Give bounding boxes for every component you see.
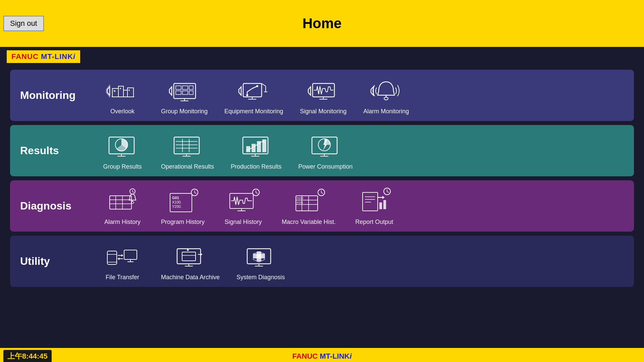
monitoring-label: Monitoring (20, 89, 80, 102)
report-output-label: Report Output (355, 219, 393, 226)
overlook-label: Overlook (110, 108, 135, 115)
group-monitoring-icon-area (166, 76, 203, 106)
diagnosis-label: Diagnosis (20, 200, 80, 212)
svg-rect-108 (107, 251, 117, 264)
utility-items: File Transfer (101, 242, 624, 281)
program-history-label: Program History (161, 219, 205, 226)
operational-results-icon-area (169, 131, 206, 161)
svg-line-23 (247, 88, 252, 92)
svg-rect-12 (176, 86, 181, 89)
svg-point-25 (256, 85, 258, 87)
equipment-monitoring-icon (237, 77, 271, 105)
svg-marker-124 (201, 253, 202, 256)
time-display: 上午8:44:45 (3, 350, 52, 362)
svg-rect-8 (128, 89, 130, 91)
group-monitoring-icon (168, 77, 201, 105)
results-label: Results (20, 144, 80, 157)
group-results-icon (106, 132, 139, 161)
utility-label: Utility (20, 255, 80, 267)
alarm-history-icon (106, 187, 139, 216)
signal-history-icon-area (225, 186, 262, 217)
machine-data-archive-item[interactable]: Machine Data Archive (161, 242, 220, 281)
svg-rect-17 (189, 91, 193, 95)
group-monitoring-item[interactable]: Group Monitoring (161, 76, 208, 115)
macro-variable-label: Macro Variable Hist. (282, 219, 336, 226)
alarm-history-label: Alarm History (104, 219, 141, 226)
system-diagnosis-label: System Diagnosis (236, 274, 285, 281)
svg-rect-129 (253, 254, 265, 258)
group-results-item[interactable]: Group Results (101, 131, 144, 170)
file-transfer-icon (106, 243, 139, 271)
svg-marker-20 (239, 87, 241, 95)
signal-history-icon (226, 187, 260, 216)
svg-point-26 (246, 94, 248, 96)
sign-out-button[interactable]: Sign out (3, 16, 44, 31)
signal-monitoring-label: Signal Monitoring (300, 108, 346, 115)
production-results-icon-area (238, 131, 275, 161)
power-consumption-label: Power Consumption (298, 163, 353, 170)
results-section: Results Group R (10, 125, 634, 176)
file-transfer-item[interactable]: File Transfer (101, 242, 144, 281)
svg-marker-115 (121, 254, 123, 257)
signal-monitoring-icon (307, 77, 340, 105)
svg-marker-117 (118, 257, 119, 260)
group-monitoring-label: Group Monitoring (161, 108, 208, 115)
macro-variable-item[interactable]: #100 #101 Macro Variable Hist. (282, 186, 336, 226)
group-results-label: Group Results (103, 163, 142, 170)
program-history-item[interactable]: G01 X100. Y200. Program History (161, 186, 205, 226)
svg-line-29 (262, 83, 266, 86)
system-diagnosis-item[interactable]: System Diagnosis (236, 242, 285, 281)
svg-marker-10 (169, 87, 172, 95)
svg-rect-119 (182, 252, 196, 261)
monitoring-section: Monitoring (10, 70, 634, 121)
system-diagnosis-icon-area (242, 242, 279, 272)
svg-marker-102 (382, 196, 384, 199)
overlook-icon-area (104, 76, 141, 106)
machine-data-archive-icon (174, 243, 207, 271)
signal-monitoring-icon-area (305, 76, 342, 106)
alarm-monitoring-item[interactable]: Alarm Monitoring (363, 76, 409, 115)
alarm-history-item[interactable]: Alarm History (101, 186, 144, 226)
production-results-icon (239, 132, 273, 161)
svg-rect-14 (189, 86, 193, 89)
equipment-monitoring-label: Equipment Monitoring (224, 108, 283, 115)
svg-point-38 (384, 97, 388, 100)
report-output-icon-area (356, 186, 393, 217)
report-output-icon (358, 187, 391, 216)
signal-monitoring-item[interactable]: Signal Monitoring (300, 76, 346, 115)
top-bar: Sign out Home (0, 0, 644, 47)
svg-rect-103 (379, 202, 382, 209)
equipment-monitoring-icon-area (235, 76, 272, 106)
file-transfer-label: File Transfer (106, 274, 139, 281)
svg-rect-3 (118, 86, 123, 97)
svg-text:#101: #101 (297, 201, 303, 204)
diagnosis-items: Alarm History G01 X100. Y200. (101, 186, 624, 226)
main-content: Monitoring (0, 66, 644, 348)
svg-line-73 (132, 192, 134, 192)
logo-bar: FANUC MT-LINKi (0, 47, 644, 66)
signal-history-item[interactable]: Signal History (221, 186, 265, 226)
production-results-label: Production Results (231, 163, 281, 170)
svg-rect-16 (182, 91, 188, 95)
svg-marker-32 (308, 87, 311, 95)
file-transfer-icon-area (104, 242, 141, 272)
overlook-item[interactable]: Overlook (101, 76, 144, 115)
group-results-icon-area (104, 131, 141, 161)
diagnosis-section: Diagnosis (10, 180, 634, 232)
svg-rect-43 (174, 137, 199, 154)
equipment-monitoring-item[interactable]: Equipment Monitoring (224, 76, 283, 115)
macro-variable-icon: #100 #101 (292, 187, 325, 216)
production-results-item[interactable]: Production Results (231, 131, 281, 170)
svg-text:Y200.: Y200. (172, 204, 182, 208)
bottom-bar: 上午8:44:45 FANUC MT-LINKi (0, 348, 644, 362)
operational-results-item[interactable]: Operational Results (161, 131, 214, 170)
bottom-logo: FANUC MT-LINKi (292, 352, 352, 361)
power-consumption-item[interactable]: Power Consumption (298, 131, 353, 170)
svg-rect-21 (243, 83, 262, 97)
signal-history-label: Signal History (225, 219, 262, 226)
alarm-monitoring-icon-area (368, 76, 405, 106)
report-output-item[interactable]: Report Output (353, 186, 396, 226)
svg-rect-111 (124, 250, 137, 259)
system-diagnosis-icon (244, 243, 277, 271)
alarm-history-icon-area (104, 186, 141, 217)
